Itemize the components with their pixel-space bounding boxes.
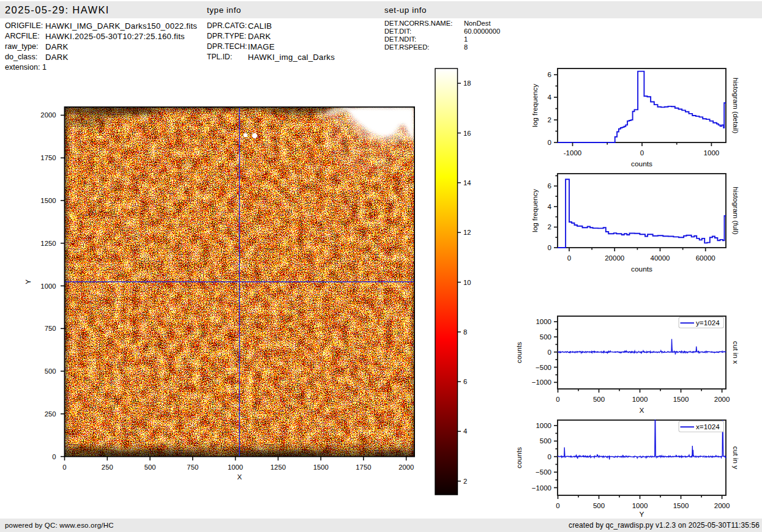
svg-text:8: 8 xyxy=(463,328,467,336)
svg-text:750: 750 xyxy=(187,464,198,471)
svg-text:X: X xyxy=(237,473,242,481)
svg-text:1250: 1250 xyxy=(271,464,286,471)
svg-text:20000: 20000 xyxy=(605,254,624,262)
svg-text:0: 0 xyxy=(548,349,551,356)
svg-text:0: 0 xyxy=(548,453,551,460)
svg-text:12: 12 xyxy=(463,229,471,236)
svg-text:2: 2 xyxy=(548,116,551,124)
svg-text:2000: 2000 xyxy=(40,111,56,119)
svg-text:1250: 1250 xyxy=(40,240,56,247)
svg-text:500: 500 xyxy=(144,464,156,471)
svg-text:x=1024: x=1024 xyxy=(696,423,720,430)
svg-text:2: 2 xyxy=(463,478,467,485)
svg-text:14: 14 xyxy=(463,179,471,187)
svg-text:2: 2 xyxy=(548,223,551,231)
svg-text:0: 0 xyxy=(548,244,551,251)
svg-text:0: 0 xyxy=(62,464,66,471)
svg-text:0: 0 xyxy=(556,502,559,509)
svg-text:1000: 1000 xyxy=(536,318,551,325)
svg-text:counts: counts xyxy=(631,160,652,168)
svg-text:X: X xyxy=(640,406,644,415)
svg-text:histogram (full): histogram (full) xyxy=(731,187,740,234)
svg-text:counts: counts xyxy=(631,265,652,273)
svg-text:0: 0 xyxy=(52,453,56,460)
svg-text:6: 6 xyxy=(548,71,551,78)
svg-text:0: 0 xyxy=(548,139,551,146)
svg-text:1000: 1000 xyxy=(228,464,243,471)
svg-text:1000: 1000 xyxy=(536,422,551,429)
svg-text:10: 10 xyxy=(463,279,471,286)
svg-text:4: 4 xyxy=(548,94,552,101)
svg-text:250: 250 xyxy=(45,410,56,418)
svg-text:cut in x: cut in x xyxy=(731,341,740,364)
svg-text:histogram (detail): histogram (detail) xyxy=(731,78,740,133)
svg-text:6: 6 xyxy=(463,378,467,385)
svg-text:750: 750 xyxy=(45,325,56,332)
svg-text:2000: 2000 xyxy=(398,464,414,471)
svg-text:−1000: −1000 xyxy=(532,484,551,492)
svg-text:1750: 1750 xyxy=(40,154,56,161)
svg-text:500: 500 xyxy=(540,333,551,341)
svg-text:-1000: -1000 xyxy=(564,149,581,157)
svg-text:1500: 1500 xyxy=(673,502,689,509)
svg-text:1000: 1000 xyxy=(632,502,648,509)
svg-text:18: 18 xyxy=(463,79,471,87)
svg-text:500: 500 xyxy=(593,396,605,403)
svg-text:−500: −500 xyxy=(536,468,551,476)
svg-text:1500: 1500 xyxy=(673,396,689,403)
svg-text:40000: 40000 xyxy=(651,254,670,262)
svg-text:0: 0 xyxy=(640,149,644,157)
svg-text:1000: 1000 xyxy=(632,396,648,403)
svg-text:60000: 60000 xyxy=(696,254,715,262)
svg-text:4: 4 xyxy=(463,427,467,435)
svg-text:2000: 2000 xyxy=(714,502,730,509)
svg-text:0: 0 xyxy=(556,396,559,403)
svg-text:−1000: −1000 xyxy=(532,379,551,386)
svg-text:500: 500 xyxy=(45,368,56,375)
svg-text:1750: 1750 xyxy=(356,464,371,471)
svg-text:250: 250 xyxy=(102,464,113,471)
svg-text:1000: 1000 xyxy=(40,283,56,290)
svg-text:1500: 1500 xyxy=(313,464,329,471)
svg-text:Y: Y xyxy=(24,279,32,284)
svg-text:log frequency: log frequency xyxy=(531,84,539,127)
svg-text:1500: 1500 xyxy=(40,197,56,204)
svg-text:counts: counts xyxy=(515,447,523,468)
svg-text:−500: −500 xyxy=(536,364,551,371)
svg-text:log frequency: log frequency xyxy=(531,189,539,232)
svg-text:4: 4 xyxy=(548,203,552,210)
svg-text:2000: 2000 xyxy=(714,396,730,403)
svg-text:500: 500 xyxy=(593,502,605,509)
svg-text:16: 16 xyxy=(463,130,471,137)
svg-text:counts: counts xyxy=(515,342,523,363)
svg-text:Y: Y xyxy=(640,510,644,519)
svg-text:cut in y: cut in y xyxy=(731,446,740,469)
svg-text:6: 6 xyxy=(548,182,551,190)
svg-text:500: 500 xyxy=(540,437,551,445)
svg-text:y=1024: y=1024 xyxy=(696,319,720,327)
svg-text:1000: 1000 xyxy=(704,149,720,157)
svg-text:0: 0 xyxy=(567,254,571,262)
